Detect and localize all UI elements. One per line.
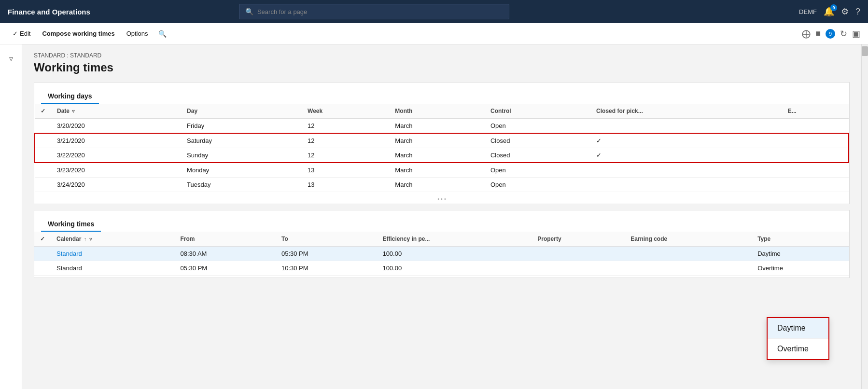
row-date: 3/23/2020 <box>51 163 181 178</box>
working-times-section: Working times ✓ Calendar ↑ ▿ From To <box>34 210 850 278</box>
settings-icon[interactable]: ⚙ <box>841 6 849 17</box>
col-month: Month <box>389 104 485 119</box>
table-row[interactable]: 3/20/2020 Friday 12 March Open <box>35 119 849 134</box>
col-wt-from: From <box>175 232 276 247</box>
row-wt-to: 05:30 PM <box>276 247 377 261</box>
type-dropdown: DaytimeOvertime <box>767 317 829 360</box>
working-times-header: Working times <box>41 215 101 232</box>
row-e <box>782 119 849 134</box>
col-week: Week <box>302 104 389 119</box>
compose-working-times-button[interactable]: Compose working times <box>37 27 119 40</box>
office-icon[interactable]: ■ <box>815 28 821 39</box>
topbar-right: DEMF 🔔 9 ⚙ ? <box>799 6 860 17</box>
table-row[interactable]: 3/23/2020 Monday 13 March Open <box>35 163 849 178</box>
row-wt-calendar: Standard <box>51 247 175 261</box>
working-days-table: ✓ Date ▿ Day Week Month Control Closed f… <box>34 104 849 192</box>
working-days-section: Working days ✓ Date ▿ Day Week Month <box>34 82 850 204</box>
row-week: 13 <box>302 178 389 192</box>
page-title: Working times <box>34 61 850 74</box>
row-e <box>782 178 849 192</box>
app-title: Finance and Operations <box>8 8 90 16</box>
row-wt-earning-code <box>625 261 752 276</box>
row-e <box>782 148 849 163</box>
col-control: Control <box>485 104 590 119</box>
row-e <box>782 133 849 148</box>
table-row[interactable]: 3/21/2020 Saturday 12 March Closed ✓ <box>35 133 849 148</box>
top-bar: Finance and Operations 🔍 DEMF 🔔 9 ⚙ ? <box>0 0 868 23</box>
working-days-header: Working days <box>41 87 99 104</box>
table-row[interactable]: 3/22/2020 Sunday 12 March Closed ✓ <box>35 148 849 163</box>
search-icon: 🔍 <box>245 8 253 15</box>
options-button[interactable]: Options <box>122 27 153 40</box>
edit-button[interactable]: ✓ Edit <box>8 27 35 40</box>
working-times-table-wrapper: ✓ Calendar ↑ ▿ From To Efficiency in pe.… <box>34 232 849 278</box>
working-times-body: Standard 08:30 AM 05:30 PM 100.00 Daytim… <box>34 247 849 276</box>
row-closed <box>590 119 782 134</box>
working-days-header-row: ✓ Date ▿ Day Week Month Control Closed f… <box>35 104 849 119</box>
col-wt-calendar[interactable]: Calendar ↑ ▿ <box>51 232 175 247</box>
row-date: 3/24/2020 <box>51 178 181 192</box>
row-check <box>35 148 51 163</box>
dropdown-item-0[interactable]: Daytime <box>768 318 828 339</box>
row-wt-to: 10:30 PM <box>276 261 377 276</box>
col-wt-to: To <box>276 232 377 247</box>
row-wt-from: 05:30 PM <box>175 261 276 276</box>
table-row[interactable]: Standard 05:30 PM 10:30 PM 100.00 Overti… <box>34 261 849 276</box>
row-wt-type: Overtime <box>752 261 849 276</box>
date-filter-icon[interactable]: ▿ <box>72 108 75 114</box>
row-wt-earning-code <box>625 247 752 261</box>
breadcrumb: STANDARD : STANDARD <box>34 52 850 59</box>
row-month: March <box>389 133 485 148</box>
crosshair-icon[interactable]: ⨁ <box>802 28 811 39</box>
bell-icon[interactable]: 🔔 9 <box>824 6 834 17</box>
col-day: Day <box>181 104 302 119</box>
row-closed: ✓ <box>590 133 782 148</box>
row-control: Open <box>485 163 590 178</box>
col-date[interactable]: Date ▿ <box>51 104 181 119</box>
row-wt-calendar: Standard <box>51 261 175 276</box>
table-row[interactable]: Standard 08:30 AM 05:30 PM 100.00 Daytim… <box>34 247 849 261</box>
row-week: 12 <box>302 119 389 134</box>
row-week: 12 <box>302 133 389 148</box>
row-month: March <box>389 119 485 134</box>
search-input[interactable] <box>257 8 503 15</box>
working-days-table-wrapper: ✓ Date ▿ Day Week Month Control Closed f… <box>34 104 849 194</box>
dropdown-item-1[interactable]: Overtime <box>768 339 828 359</box>
row-day: Tuesday <box>181 178 302 192</box>
row-wt-check <box>34 261 51 276</box>
search-box[interactable]: 🔍 <box>239 4 509 19</box>
action-search-icon[interactable]: 🔍 <box>158 30 167 38</box>
row-wt-efficiency: 100.00 <box>377 247 532 261</box>
col-wt-check: ✓ <box>34 232 51 247</box>
row-date: 3/22/2020 <box>51 148 181 163</box>
calendar-filter-icon[interactable]: ▿ <box>89 236 92 242</box>
notif-action-icon[interactable]: 9 <box>826 29 835 39</box>
row-week: 12 <box>302 148 389 163</box>
refresh-icon[interactable]: ↻ <box>840 28 847 39</box>
sidebar: ▿ <box>0 44 22 389</box>
col-wt-earning-code: Earning code <box>625 232 752 247</box>
col-wt-property: Property <box>532 232 625 247</box>
row-day: Saturday <box>181 133 302 148</box>
row-wt-type: Daytime <box>752 247 849 261</box>
filter-sidebar-icon[interactable]: ▿ <box>5 50 17 67</box>
row-wt-property <box>532 261 625 276</box>
table-row[interactable]: 3/24/2020 Tuesday 13 March Open <box>35 178 849 192</box>
row-date: 3/21/2020 <box>51 133 181 148</box>
help-icon[interactable]: ? <box>855 7 860 17</box>
row-closed: ✓ <box>590 148 782 163</box>
row-control: Closed <box>485 133 590 148</box>
working-times-header-row: ✓ Calendar ↑ ▿ From To Efficiency in pe.… <box>34 232 849 247</box>
scroll-thumb[interactable] <box>862 46 868 56</box>
calendar-sort-icon[interactable]: ↑ <box>84 236 87 242</box>
row-wt-check <box>34 247 51 261</box>
row-wt-efficiency: 100.00 <box>377 261 532 276</box>
working-times-table: ✓ Calendar ↑ ▿ From To Efficiency in pe.… <box>34 232 849 276</box>
row-month: March <box>389 178 485 192</box>
right-scrollbar[interactable] <box>861 44 868 389</box>
user-label: DEMF <box>799 8 817 15</box>
notif-badge: 9 <box>830 4 837 11</box>
page-area: STANDARD : STANDARD Working times Workin… <box>22 44 861 389</box>
maximize-icon[interactable]: ▣ <box>852 28 860 39</box>
working-days-body: 3/20/2020 Friday 12 March Open 3/21/2020… <box>35 119 849 192</box>
